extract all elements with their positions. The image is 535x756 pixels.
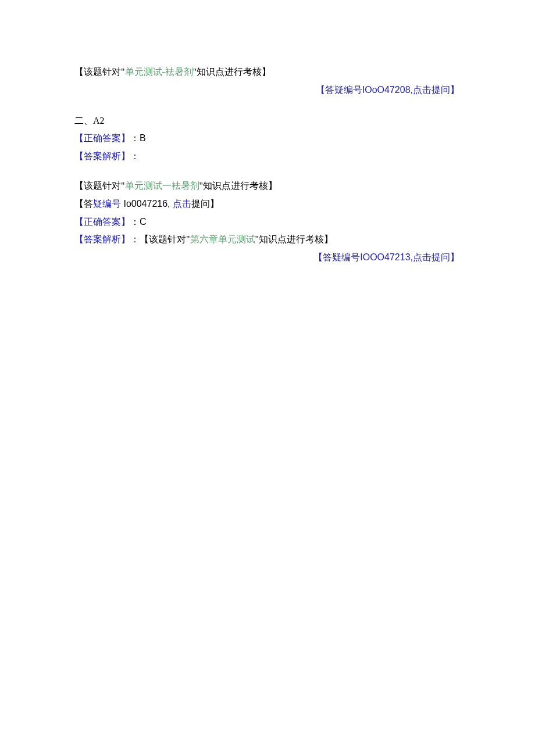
analysis-label: 【答案解析】 xyxy=(74,234,130,244)
link-suffix: 点击提问】 xyxy=(413,252,459,262)
text-green: 单元测试一袪暑剂 xyxy=(125,181,199,191)
text-suffix: "知识点进行考核】 xyxy=(193,67,272,77)
correct-answer-line-2: 【正确答案】：C xyxy=(74,214,477,231)
text-prefix: 【该题针对" xyxy=(140,234,190,244)
link-id: IOoO47208, xyxy=(362,85,413,95)
section-heading: 二、A2 xyxy=(74,113,477,130)
analysis-label: 【答案解析】 xyxy=(74,151,130,161)
text-prefix: 【该题针对" xyxy=(74,181,125,191)
link-text[interactable]: 【答疑编号IOOO47213,点击提问】 xyxy=(313,252,459,262)
ask-question-line-1: 【答疑编号IOoO47208,点击提问】 xyxy=(74,82,477,99)
text-suffix: 提问】 xyxy=(191,199,219,209)
note-line-2: 【该题针对"单元测试一袪暑剂"知识点进行考核】 xyxy=(74,178,477,195)
text-prefix: 【该题针对" xyxy=(74,67,125,77)
answer-label: 【正确答案】 xyxy=(74,217,130,227)
correct-answer-line-1: 【正确答案】：B xyxy=(74,130,477,147)
text-prefix: 【答 xyxy=(74,199,93,209)
answer-label: 【正确答案】 xyxy=(74,133,130,143)
answer-colon: ： xyxy=(130,133,140,143)
text-suffix: "知识点进行考核】 xyxy=(255,234,334,244)
link-suffix: 点击提问】 xyxy=(413,85,459,95)
analysis-line-2: 【答案解析】：【该题针对"第六章单元测试"知识点进行考核】 xyxy=(74,231,477,248)
note-line-1: 【该题针对"单元测试-袪暑剂"知识点进行考核】 xyxy=(74,64,477,81)
text-suffix: "知识点进行考核】 xyxy=(199,181,278,191)
analysis-colon: ： xyxy=(130,234,140,244)
text-blue-1: 疑编号 xyxy=(93,199,121,209)
link-text[interactable]: 【答疑编号IOoO47208,点击提问】 xyxy=(316,85,459,95)
answer-value: C xyxy=(140,217,147,227)
answer-colon: ： xyxy=(130,217,140,227)
link-id: IOOO47213, xyxy=(360,252,413,262)
analysis-colon: ： xyxy=(130,151,140,161)
link-prefix: 【答疑编号 xyxy=(313,252,360,262)
text-green: 单元测试-袪暑剂 xyxy=(125,67,193,77)
analysis-line-1: 【答案解析】： xyxy=(74,148,477,165)
text-id: Io0047216, xyxy=(121,199,170,209)
heading-text: 二、A2 xyxy=(74,116,105,126)
ask-question-line-3: 【答疑编号IOOO47213,点击提问】 xyxy=(74,249,477,266)
text-blue-2[interactable]: 点击 xyxy=(170,199,191,209)
answer-value: B xyxy=(140,133,146,143)
text-green: 第六章单元测试 xyxy=(190,234,255,244)
ask-question-line-2: 【答疑编号 Io0047216, 点击提问】 xyxy=(74,196,477,213)
link-prefix: 【答疑编号 xyxy=(316,85,362,95)
